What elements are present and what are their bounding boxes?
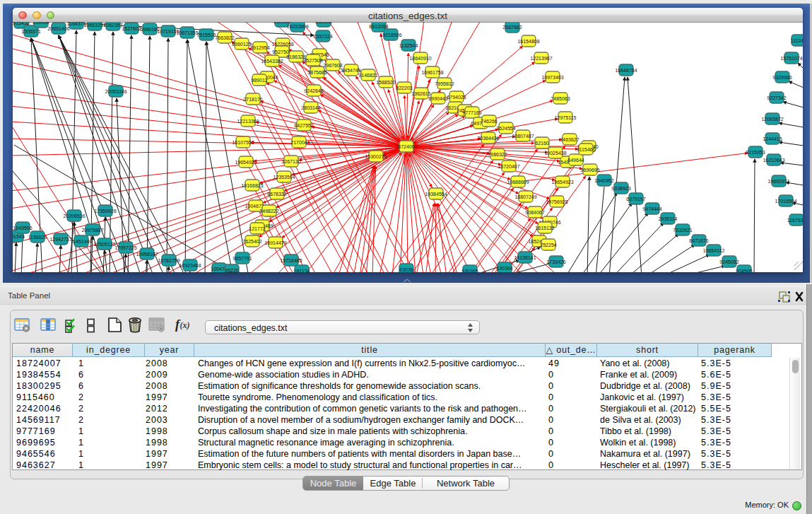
svg-text:10653257: 10653257: [83, 23, 105, 28]
svg-text:7357224: 7357224: [313, 34, 332, 39]
svg-text:95220: 95220: [225, 268, 239, 273]
svg-text:12093872: 12093872: [761, 117, 783, 122]
svg-text:2718176: 2718176: [243, 97, 262, 102]
svg-text:16961758: 16961758: [421, 70, 443, 75]
svg-text:(x): (x): [180, 320, 190, 330]
svg-text:17016504: 17016504: [775, 199, 796, 204]
svg-text:10654112: 10654112: [703, 248, 725, 253]
svg-text:9474444: 9474444: [642, 206, 661, 211]
svg-text:18724007: 18724007: [395, 144, 417, 149]
svg-text:1588520: 1588520: [376, 80, 395, 85]
svg-text:16648784: 16648784: [615, 68, 637, 73]
svg-text:12213967: 12213967: [530, 56, 552, 61]
svg-text:1733426: 1733426: [546, 259, 565, 264]
svg-text:2803144: 2803144: [301, 105, 320, 110]
svg-text:15300275: 15300275: [365, 154, 387, 159]
svg-text:18640910: 18640910: [409, 56, 431, 61]
svg-text:630364: 630364: [496, 266, 512, 271]
svg-text:252254: 252254: [540, 243, 556, 247]
svg-text:19384554: 19384554: [425, 192, 447, 197]
svg-text:20691406: 20691406: [47, 26, 69, 31]
svg-text:209954: 209954: [33, 22, 49, 25]
svg-text:8990443: 8990443: [428, 96, 447, 101]
svg-text:2687682: 2687682: [502, 25, 522, 30]
svg-text:1132544: 1132544: [399, 43, 418, 48]
svg-text:121772: 121772: [249, 226, 265, 231]
svg-text:2967608: 2967608: [323, 63, 342, 68]
svg-text:18807249: 18807249: [514, 194, 536, 199]
svg-text:111245: 111245: [791, 38, 803, 43]
svg-text:12975115: 12975115: [555, 115, 577, 120]
svg-text:9463627: 9463627: [560, 137, 579, 142]
svg-text:1527602: 1527602: [122, 26, 141, 31]
svg-text:9338923: 9338923: [611, 186, 630, 191]
svg-text:9857791: 9857791: [233, 256, 252, 261]
svg-text:9115460: 9115460: [577, 147, 596, 152]
svg-text:989012: 989012: [251, 78, 267, 83]
svg-text:8960123: 8960123: [232, 42, 251, 47]
svg-text:19166825: 19166825: [241, 183, 263, 188]
svg-text:1362615: 1362615: [411, 91, 430, 96]
svg-text:19692971: 19692971: [767, 179, 789, 184]
svg-text:9777169: 9777169: [462, 110, 481, 115]
svg-text:12505135: 12505135: [93, 242, 115, 247]
svg-text:16210643: 16210643: [763, 158, 784, 163]
svg-text:9329966: 9329966: [772, 75, 792, 80]
svg-text:19218506: 19218506: [379, 33, 401, 37]
svg-text:9084067: 9084067: [525, 210, 544, 215]
svg-text:8813054: 8813054: [369, 24, 388, 29]
svg-text:16033809: 16033809: [286, 24, 308, 29]
svg-text:10973493: 10973493: [541, 75, 563, 80]
svg-text:17359928: 17359928: [94, 209, 116, 214]
svg-text:12942737: 12942737: [49, 237, 71, 242]
svg-text:20206536: 20206536: [63, 214, 85, 218]
svg-text:391543: 391543: [13, 234, 25, 239]
svg-text:6379197: 6379197: [626, 197, 645, 201]
svg-text:10958107: 10958107: [136, 252, 158, 257]
svg-text:1615132: 1615132: [535, 226, 554, 230]
svg-text:9527508: 9527508: [303, 58, 322, 63]
svg-text:9245052: 9245052: [719, 259, 739, 264]
svg-text:16543382: 16543382: [261, 59, 283, 64]
svg-text:649644: 649644: [567, 158, 584, 163]
svg-text:8215953: 8215953: [746, 150, 765, 155]
svg-text:915433: 915433: [13, 22, 29, 25]
svg-text:10688609: 10688609: [507, 180, 529, 185]
svg-text:1505571: 1505571: [21, 29, 40, 34]
svg-text:2935114: 2935114: [659, 216, 678, 221]
svg-text:16782759: 16782759: [158, 258, 180, 263]
svg-text:6794028: 6794028: [447, 95, 466, 100]
svg-text:8912954: 8912954: [250, 45, 269, 50]
svg-text:7663822: 7663822: [215, 35, 234, 40]
svg-text:63036: 63036: [399, 267, 413, 272]
svg-text:12923468: 12923468: [179, 263, 201, 268]
svg-text:9227342: 9227342: [767, 95, 786, 100]
svg-text:17957225: 17957225: [114, 245, 136, 250]
svg-text:3498222: 3498222: [259, 209, 278, 214]
svg-text:3267130: 3267130: [281, 159, 300, 164]
svg-text:15720407: 15720407: [498, 164, 519, 169]
svg-text:11451940: 11451940: [71, 239, 93, 244]
svg-text:1156829: 1156829: [28, 235, 47, 240]
svg-text:62160: 62160: [535, 141, 549, 146]
svg-text:15751074: 15751074: [780, 56, 802, 61]
svg-text:19654923: 19654923: [235, 160, 257, 165]
svg-text:16154808: 16154808: [517, 39, 539, 44]
svg-text:822203: 822203: [396, 86, 412, 90]
svg-text:831305: 831305: [315, 22, 331, 24]
svg-text:7515526: 7515526: [196, 33, 216, 37]
svg-text:10807487: 10807487: [512, 134, 534, 139]
svg-text:8454749: 8454749: [341, 68, 360, 73]
svg-text:15716485: 15716485: [280, 258, 302, 263]
svg-text:3875685: 3875685: [307, 70, 326, 75]
svg-text:20053346: 20053346: [105, 89, 126, 94]
svg-text:930365: 930365: [461, 269, 478, 273]
svg-text:16914479: 16914479: [264, 240, 286, 245]
svg-text:7986322: 7986322: [488, 152, 507, 157]
svg-text:1062357: 1062357: [103, 23, 122, 28]
svg-text:7625402: 7625402: [242, 239, 261, 244]
svg-text:924505: 924505: [736, 269, 752, 273]
svg-text:8471676: 8471676: [689, 238, 708, 243]
svg-text:10671355: 10671355: [176, 30, 198, 35]
svg-text:9699695: 9699695: [580, 168, 599, 173]
